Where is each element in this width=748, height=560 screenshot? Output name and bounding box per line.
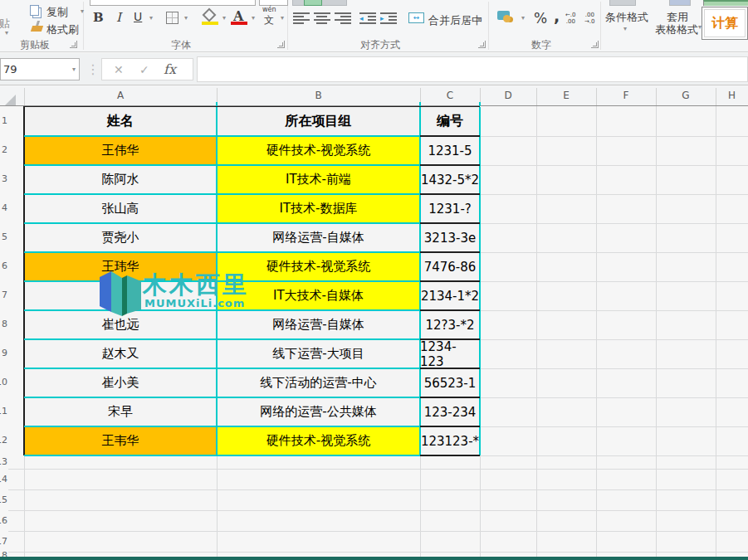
- sheet-area: ABCDEFGH123456789101112131415161718姓名所在项…: [0, 0, 748, 560]
- table-cell-group[interactable]: 网络运营-自媒体: [217, 310, 420, 339]
- gridline: [480, 455, 748, 456]
- table-row-border-dark: [420, 338, 480, 340]
- table-cell-code[interactable]: 12?3-*2: [420, 310, 480, 339]
- gridline: [8, 531, 748, 532]
- table-cell-name[interactable]: 崔小美: [24, 368, 217, 397]
- gridline: [8, 552, 748, 553]
- row-header-8[interactable]: 8: [0, 319, 7, 329]
- column-header-separator: [716, 88, 716, 105]
- column-header-A[interactable]: A: [108, 90, 133, 101]
- row-header-12[interactable]: 12: [0, 435, 7, 446]
- gridline: [480, 426, 748, 427]
- table-row-border: [24, 222, 420, 224]
- row-header-10[interactable]: 10: [0, 377, 7, 387]
- table-row-border: [24, 309, 420, 311]
- table-row-border: [24, 164, 420, 166]
- row-header-11[interactable]: 11: [0, 406, 7, 416]
- column-header-separator: [656, 88, 657, 105]
- table-cell-name[interactable]: 陈阿水: [24, 165, 217, 194]
- gridline: [480, 310, 748, 311]
- table-cell-name[interactable]: 赵木又: [24, 339, 217, 368]
- gridline: [8, 489, 748, 490]
- table-cell-code[interactable]: 7476-86: [420, 252, 480, 281]
- table-header-cell[interactable]: 编号: [420, 107, 480, 136]
- table-cell-group[interactable]: 网络运营-自媒体: [217, 223, 420, 252]
- gridline: [480, 281, 748, 282]
- table-cell-code[interactable]: 2134-1*2: [420, 281, 480, 310]
- table-row-border: [24, 426, 420, 427]
- table-row-border: [24, 338, 420, 340]
- row-header-6[interactable]: 6: [0, 261, 7, 271]
- row-header-3[interactable]: 3: [0, 173, 7, 184]
- table-cell-group[interactable]: 线下运营-大项目: [217, 339, 420, 368]
- row-header-13[interactable]: 13: [0, 456, 7, 467]
- table-cell-group[interactable]: IT大技术-自媒体: [217, 281, 420, 310]
- table-cell-group[interactable]: 网络的运营-公共媒体: [217, 397, 420, 426]
- row-header-4[interactable]: 4: [0, 202, 7, 213]
- column-header-G[interactable]: G: [673, 90, 698, 101]
- table-row-border: [24, 368, 420, 369]
- column-header-C[interactable]: C: [438, 90, 462, 101]
- excel-window: 粘贴 ▾ 复制 ▾ 格式刷 剪贴板 B I U ▾ ▾ ▾ A ▾ wén 文 …: [0, 0, 748, 560]
- table-cell-name[interactable]: 贾尧小: [24, 223, 217, 252]
- table-cell-code[interactable]: 3213-3e: [420, 223, 480, 252]
- gridline: [24, 455, 25, 560]
- row-header-15[interactable]: 15: [0, 494, 7, 505]
- gridline: [217, 455, 218, 560]
- table-cell-code[interactable]: 1231-?: [420, 194, 480, 223]
- table-header-cell[interactable]: 姓名: [24, 107, 217, 136]
- table-row-border-dark: [420, 135, 480, 137]
- gridline: [8, 469, 748, 470]
- table-header-cell[interactable]: 所在项目组: [217, 107, 420, 136]
- row-header-17[interactable]: 17: [0, 536, 7, 547]
- gridline: [480, 368, 748, 369]
- table-cell-group[interactable]: 线下活动的运营-中心: [217, 368, 420, 397]
- row-header-2[interactable]: 2: [0, 144, 7, 155]
- table-cell-name[interactable]: 王韦华: [24, 426, 217, 455]
- table-cell-code[interactable]: 123-234: [420, 397, 480, 426]
- table-cell-name[interactable]: 王伟华: [24, 136, 217, 165]
- column-header-separator: [24, 88, 25, 105]
- table-cell-code[interactable]: 56523-1: [420, 368, 480, 397]
- gridline: [596, 106, 597, 560]
- table-cell-name[interactable]: 宋早: [24, 397, 217, 426]
- table-row-border-dark: [420, 164, 480, 166]
- table-cell-group[interactable]: 硬件技术-视觉系统: [217, 252, 420, 281]
- row-header-1[interactable]: 1: [0, 115, 7, 126]
- table-cell-code[interactable]: 123123-*: [420, 426, 480, 455]
- column-header-H[interactable]: H: [720, 90, 745, 101]
- table-row-border: [24, 135, 420, 137]
- gridline: [480, 397, 748, 398]
- gridline: [480, 339, 748, 340]
- table-cell-name[interactable]: 王玮华: [24, 281, 217, 310]
- row-header-9[interactable]: 9: [0, 348, 7, 358]
- column-header-D[interactable]: D: [496, 90, 521, 101]
- table-row-border-dark: [420, 397, 480, 398]
- row-header-7[interactable]: 7: [0, 290, 7, 300]
- row-header-5[interactable]: 5: [0, 231, 7, 242]
- table-cell-code[interactable]: 1231-5: [420, 136, 480, 165]
- table-cell-group[interactable]: IT技术-数据库: [217, 194, 420, 223]
- row-header-16[interactable]: 16: [0, 515, 7, 526]
- table-cell-group[interactable]: IT技术-前端: [217, 165, 420, 194]
- table-row-border: [24, 280, 420, 282]
- gridline: [536, 106, 537, 560]
- column-header-F[interactable]: F: [614, 90, 638, 101]
- column-header-E[interactable]: E: [554, 90, 579, 101]
- table-row-border-dark: [420, 426, 480, 427]
- table-cell-group[interactable]: 硬件技术-视觉系统: [217, 426, 420, 455]
- column-header-separator: [536, 88, 537, 105]
- table-row-border-dark: [420, 368, 480, 369]
- table-cell-code[interactable]: 1432-5*2: [420, 165, 480, 194]
- table-cell-code[interactable]: 1234-123: [420, 339, 480, 368]
- column-header-separator: [596, 88, 597, 105]
- table-cell-name[interactable]: 崔也远: [24, 310, 217, 339]
- gridline: [480, 194, 748, 195]
- row-header-14[interactable]: 14: [0, 474, 7, 485]
- gridline: [716, 106, 716, 560]
- table-cell-group[interactable]: 硬件技术-视觉系统: [217, 136, 420, 165]
- table-cell-name[interactable]: 张山高: [24, 194, 217, 223]
- table-cell-name[interactable]: 王玮华: [24, 252, 217, 281]
- column-header-B[interactable]: B: [306, 90, 331, 101]
- status-bar-edge: [0, 557, 748, 560]
